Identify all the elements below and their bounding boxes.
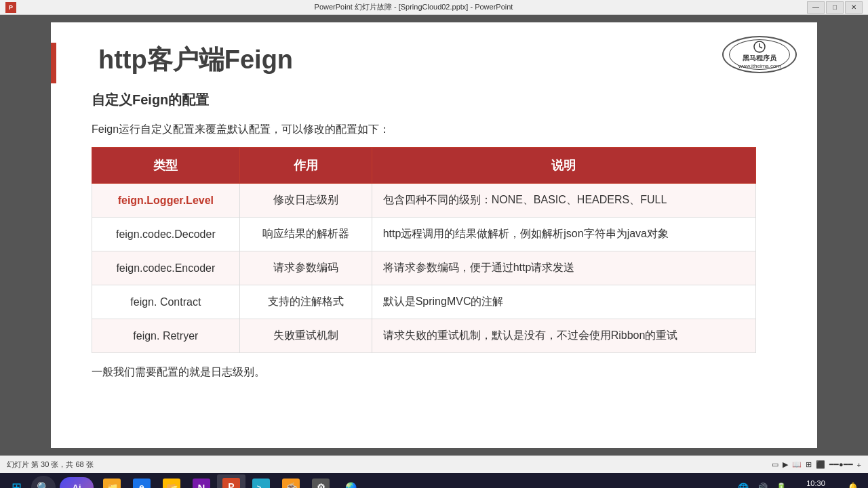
logo: 黑马程序员 www.itheima.com — [722, 36, 797, 73]
java-ide-icon: ☕ — [282, 479, 300, 488]
taskbar-tray: 🌐 🔊 🔋 10:30 2024/1/15 🔔 — [735, 474, 865, 488]
windows-logo-icon: ⊞ — [12, 480, 22, 488]
close-button[interactable]: ✕ — [845, 1, 863, 14]
slide-subtitle: 自定义Feign的配置 — [92, 91, 783, 109]
cell-description: 包含四种不同的级别：NONE、BASIC、HEADERS、FULL — [372, 184, 755, 218]
explorer-icon: 📂 — [163, 479, 180, 488]
cell-action: 失败重试机制 — [239, 319, 372, 353]
tray-battery-icon[interactable]: 🔋 — [773, 474, 789, 488]
cell-type: feign.codec.Encoder — [92, 251, 240, 285]
logo-brand: 黑马程序员 — [743, 54, 776, 63]
table-row: feign.Logger.Level修改日志级别包含四种不同的级别：NONE、B… — [92, 184, 756, 218]
taskbar-app-powerpoint[interactable]: P — [217, 474, 245, 488]
view-grid[interactable]: ⊞ — [806, 460, 812, 469]
ai-button[interactable]: Ai — [60, 477, 94, 488]
taskbar-app-file-explorer[interactable]: 📁 — [98, 474, 126, 488]
view-presenter[interactable]: ⬛ — [816, 460, 825, 469]
cell-type: feign. Contract — [92, 285, 240, 319]
notification-center[interactable]: 🔔 — [842, 474, 863, 488]
file-explorer-icon: 📁 — [103, 479, 121, 488]
view-reading[interactable]: 📖 — [792, 460, 802, 469]
taskbar-clock[interactable]: 10:30 2024/1/15 — [792, 479, 840, 488]
col-header-type: 类型 — [92, 148, 240, 184]
svg-line-2 — [760, 47, 762, 48]
onenote-icon: N — [193, 479, 210, 488]
window-controls: — □ ✕ — [807, 1, 863, 14]
taskbar: ⊞ 🔍 Ai 📁 e 📂 N P >_ ☕ ⚙ 🌏 🌐 🔊 🔋 1 — [0, 473, 868, 488]
notification-icon: 🔔 — [847, 482, 859, 488]
cell-description: 将请求参数编码，便于通过http请求发送 — [372, 251, 755, 285]
search-icon: 🔍 — [37, 481, 50, 489]
table-row: feign. Retryer失败重试机制请求失败的重试机制，默认是没有，不过会使… — [92, 319, 756, 353]
minimize-button[interactable]: — — [807, 1, 825, 14]
cell-type: feign.Logger.Level — [92, 184, 240, 218]
cell-action: 响应结果的解析器 — [239, 218, 372, 251]
taskbar-app-onenote[interactable]: N — [187, 474, 216, 488]
clock-time: 10:30 — [806, 479, 825, 487]
logo-website: www.itheima.com — [738, 63, 781, 69]
taskbar-app-settings[interactable]: ⚙ — [307, 474, 335, 488]
slide-container: 黑马程序员 www.itheima.com http客户端Feign 自定义Fe… — [0, 15, 868, 455]
logo-inner: 黑马程序员 www.itheima.com — [729, 39, 790, 70]
tray-volume-icon[interactable]: 🔊 — [754, 474, 770, 488]
slide-accent — [51, 43, 56, 83]
title-bar: P PowerPoint 幻灯片故障 - [SpringCloud02.pptx… — [0, 0, 868, 15]
start-button[interactable]: ⊞ — [3, 474, 30, 488]
slide-count: 幻灯片 第 30 张，共 68 张 — [7, 460, 94, 470]
page-title: http客户端Feign — [98, 43, 783, 77]
slide-description: Feign运行自定义配置来覆盖默认配置，可以修改的配置如下： — [92, 123, 783, 137]
cell-type: feign.codec.Decoder — [92, 218, 240, 251]
view-normal[interactable]: ▭ — [772, 460, 778, 469]
table-row: feign.codec.Decoder响应结果的解析器http远程调用的结果做解… — [92, 218, 756, 251]
taskbar-app-idea[interactable]: ☕ — [277, 474, 305, 488]
terminal-icon: >_ — [252, 479, 270, 488]
status-left: 幻灯片 第 30 张，共 68 张 — [7, 460, 94, 470]
taskbar-app-terminal[interactable]: >_ — [247, 474, 275, 488]
cell-description: 请求失败的重试机制，默认是没有，不过会使用Ribbon的重试 — [372, 319, 755, 353]
maximize-button[interactable]: □ — [826, 1, 844, 14]
settings-icon: ⚙ — [312, 479, 330, 488]
footer-note: 一般我们需要配置的就是日志级别。 — [92, 365, 783, 380]
cell-description: 默认是SpringMVC的注解 — [372, 285, 755, 319]
cell-action: 支持的注解格式 — [239, 285, 372, 319]
edge-icon: e — [133, 479, 151, 488]
status-right: ▭ ▶ 📖 ⊞ ⬛ ━━●━━ + — [772, 460, 861, 469]
slide: 黑马程序员 www.itheima.com http客户端Feign 自定义Fe… — [51, 22, 817, 448]
browser2-icon: 🌏 — [342, 479, 359, 488]
cell-description: http远程调用的结果做解析，例如解析json字符串为java对象 — [372, 218, 755, 251]
table-row: feign. Contract支持的注解格式默认是SpringMVC的注解 — [92, 285, 756, 319]
search-button[interactable]: 🔍 — [31, 476, 56, 488]
config-table: 类型 作用 说明 feign.Logger.Level修改日志级别包含四种不同的… — [92, 147, 756, 353]
powerpoint-icon: P — [222, 478, 240, 488]
taskbar-app-explorer[interactable]: 📂 — [157, 474, 186, 488]
taskbar-app-browser2[interactable]: 🌏 — [336, 474, 365, 488]
cell-action: 修改日志级别 — [239, 184, 372, 218]
table-header-row: 类型 作用 说明 — [92, 148, 756, 184]
app-icon: P — [5, 2, 16, 13]
cell-type: feign. Retryer — [92, 319, 240, 353]
col-header-action: 作用 — [239, 148, 372, 184]
status-bar: 幻灯片 第 30 张，共 68 张 ▭ ▶ 📖 ⊞ ⬛ ━━●━━ + — [0, 455, 868, 473]
logo-icon — [753, 40, 766, 54]
view-slide-show[interactable]: ▶ — [783, 460, 788, 469]
col-header-desc: 说明 — [372, 148, 755, 184]
zoom-level: + — [857, 461, 861, 469]
cell-action: 请求参数编码 — [239, 251, 372, 285]
tray-network-icon[interactable]: 🌐 — [735, 474, 751, 488]
taskbar-app-edge[interactable]: e — [127, 474, 156, 488]
table-row: feign.codec.Encoder请求参数编码将请求参数编码，便于通过htt… — [92, 251, 756, 285]
ai-label: Ai — [73, 483, 81, 489]
window-title: PowerPoint 幻灯片故障 - [SpringCloud02.pptx] … — [20, 2, 807, 12]
zoom-slider[interactable]: ━━●━━ — [829, 460, 853, 469]
